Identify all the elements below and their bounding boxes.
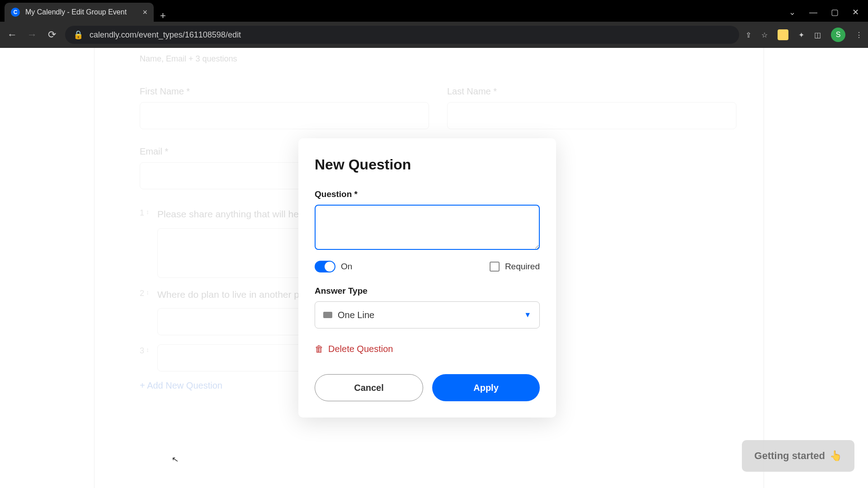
apply-button[interactable]: Apply: [432, 374, 540, 401]
new-tab-button[interactable]: +: [154, 10, 172, 22]
chevron-down-icon: ▼: [524, 311, 531, 319]
tabs-dropdown-icon[interactable]: ⌄: [789, 7, 796, 17]
question-field-label: Question *: [315, 189, 540, 199]
minimize-icon[interactable]: —: [809, 8, 817, 17]
extension-badge[interactable]: [778, 29, 788, 40]
answer-type-label: Answer Type: [315, 286, 540, 296]
browser-tab[interactable]: C My Calendly - Edit Group Event ×: [5, 3, 154, 22]
close-window-icon[interactable]: ✕: [852, 7, 859, 17]
delete-question-label: Delete Question: [328, 344, 393, 354]
getting-started-widget[interactable]: Getting started 👆: [742, 440, 854, 472]
back-button[interactable]: ←: [5, 29, 19, 41]
one-line-icon: [323, 312, 332, 318]
first-name-label: First Name *: [140, 86, 429, 97]
on-toggle-label: On: [341, 262, 352, 272]
pointer-icon: 👆: [830, 450, 842, 462]
address-bar: ← → ⟳ 🔒 calendly.com/event_types/1611085…: [0, 22, 868, 48]
close-tab-icon[interactable]: ×: [142, 8, 147, 17]
side-panel-icon[interactable]: ◫: [814, 31, 821, 39]
last-name-input[interactable]: [447, 102, 736, 129]
required-checkbox[interactable]: [490, 262, 500, 272]
window-controls: ⌄ — ▢ ✕: [789, 3, 868, 22]
drag-handle-icon[interactable]: ↕: [146, 208, 149, 218]
delete-question-button[interactable]: 🗑 Delete Question: [315, 344, 540, 354]
calendly-favicon: C: [11, 8, 20, 17]
bookmark-icon[interactable]: ☆: [761, 31, 768, 39]
cancel-button[interactable]: Cancel: [315, 374, 423, 401]
getting-started-label: Getting started: [755, 450, 825, 462]
tab-title: My Calendly - Edit Group Event: [25, 8, 137, 16]
drag-handle-icon[interactable]: ↕: [146, 289, 149, 298]
menu-icon[interactable]: ⋮: [855, 31, 863, 39]
question-number: 1: [140, 208, 144, 218]
url-field[interactable]: 🔒 calendly.com/event_types/161108598/edi…: [65, 26, 739, 44]
reload-button[interactable]: ⟳: [45, 29, 59, 41]
profile-avatar[interactable]: S: [831, 28, 845, 42]
new-question-modal: New Question Question * On Required Answ…: [298, 138, 556, 418]
required-label: Required: [505, 262, 540, 272]
modal-title: New Question: [315, 156, 540, 173]
browser-chrome: C My Calendly - Edit Group Event × + ⌄ —…: [0, 0, 868, 48]
last-name-label: Last Name *: [447, 86, 736, 97]
extensions-icon[interactable]: ✦: [798, 31, 804, 39]
forward-button[interactable]: →: [25, 29, 39, 41]
answer-type-value: One Line: [338, 310, 519, 320]
question-number: 3: [140, 346, 144, 356]
maximize-icon[interactable]: ▢: [831, 7, 839, 17]
answer-type-select[interactable]: One Line ▼: [315, 301, 540, 328]
page-content: Name, Email + 3 questions First Name * L…: [0, 48, 868, 488]
question-number: 2: [140, 289, 144, 298]
on-toggle[interactable]: [315, 261, 335, 272]
tab-bar: C My Calendly - Edit Group Event × + ⌄ —…: [0, 0, 868, 22]
share-icon[interactable]: ⇪: [745, 31, 751, 39]
form-subtitle: Name, Email + 3 questions: [140, 54, 736, 64]
url-text: calendly.com/event_types/161108598/edit: [90, 30, 241, 40]
trash-icon: 🗑: [315, 344, 324, 354]
lock-icon: 🔒: [73, 30, 83, 40]
question-textarea[interactable]: [315, 205, 540, 250]
drag-handle-icon[interactable]: ↕: [146, 346, 149, 356]
first-name-input[interactable]: [140, 102, 429, 129]
